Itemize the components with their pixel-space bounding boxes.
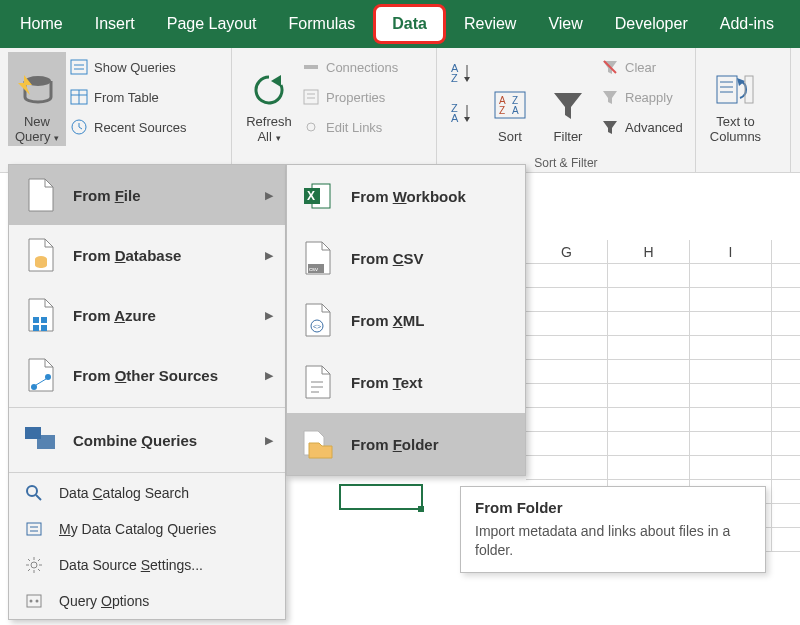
refresh-icon xyxy=(249,70,289,110)
refresh-line1: Refresh xyxy=(246,114,292,129)
column-headers: G H I xyxy=(526,240,800,264)
text-to-columns-button[interactable]: Text to Columns xyxy=(704,52,767,146)
svg-text:A: A xyxy=(451,112,459,124)
refresh-all-button[interactable]: Refresh All ▾ xyxy=(240,52,298,146)
svg-text:A: A xyxy=(512,105,519,116)
filter-button[interactable]: Filter xyxy=(539,52,597,146)
database-zap-icon xyxy=(17,70,57,110)
clear-button[interactable]: Clear xyxy=(597,52,687,82)
sort-desc-button[interactable]: ZA xyxy=(451,102,475,128)
sort-button[interactable]: AZZA Sort xyxy=(481,52,539,146)
tab-developer[interactable]: Developer xyxy=(599,0,704,48)
menu-my-data-catalog-queries[interactable]: My Data Catalog Queries xyxy=(9,511,285,547)
chevron-right-icon: ▶ xyxy=(265,249,273,262)
table-icon xyxy=(70,88,88,106)
svg-line-46 xyxy=(36,495,41,500)
tab-data[interactable]: Data xyxy=(373,4,446,44)
chevron-right-icon: ▶ xyxy=(265,309,273,322)
text-file-icon xyxy=(301,365,335,399)
submenu-from-text[interactable]: From Text xyxy=(287,351,525,413)
menu-from-database[interactable]: From Database ▶ xyxy=(9,225,285,285)
tab-review[interactable]: Review xyxy=(448,0,532,48)
tab-view[interactable]: View xyxy=(532,0,598,48)
svg-marker-29 xyxy=(603,121,617,134)
reapply-button[interactable]: Reapply xyxy=(597,82,687,112)
edit-links-button[interactable]: Edit Links xyxy=(298,112,402,142)
sort-asc-button[interactable]: AZ xyxy=(451,62,475,88)
clear-icon xyxy=(601,58,619,76)
submenu-from-folder[interactable]: From Folder xyxy=(287,413,525,475)
show-queries-button[interactable]: Show Queries xyxy=(66,52,191,82)
svg-rect-59 xyxy=(27,595,41,607)
search-icon xyxy=(23,482,45,504)
svg-rect-44 xyxy=(37,435,55,449)
tooltip: From Folder Import metadata and links ab… xyxy=(460,486,766,573)
connections-button[interactable]: Connections xyxy=(298,52,402,82)
reapply-label: Reapply xyxy=(625,90,673,105)
svg-rect-39 xyxy=(33,325,39,331)
svg-marker-19 xyxy=(464,117,470,122)
svg-line-58 xyxy=(28,569,30,571)
csv-file-icon: csv xyxy=(301,241,335,275)
options-icon xyxy=(23,590,45,612)
reapply-icon xyxy=(601,88,619,106)
submenu-from-csv[interactable]: csv From CSV xyxy=(287,227,525,289)
menu-query-options[interactable]: Query Options xyxy=(9,583,285,619)
svg-text:<>: <> xyxy=(313,323,321,330)
svg-rect-47 xyxy=(27,523,41,535)
recent-sources-button[interactable]: Recent Sources xyxy=(66,112,191,142)
tooltip-title: From Folder xyxy=(475,499,751,516)
tooltip-body: Import metadata and links about files in… xyxy=(475,522,751,560)
col-h[interactable]: H xyxy=(608,240,690,263)
submenu-from-workbook[interactable]: X From Workbook xyxy=(287,165,525,227)
col-g[interactable]: G xyxy=(526,240,608,263)
ttc-line2: Columns xyxy=(710,129,761,144)
folder-icon xyxy=(301,427,335,461)
chevron-right-icon: ▶ xyxy=(265,434,273,447)
edit-links-label: Edit Links xyxy=(326,120,382,135)
tab-home[interactable]: Home xyxy=(4,0,79,48)
tab-formulas[interactable]: Formulas xyxy=(273,0,372,48)
tab-addins[interactable]: Add-ins xyxy=(704,0,790,48)
advanced-label: Advanced xyxy=(625,120,683,135)
gear-icon xyxy=(23,554,45,576)
tab-page-layout[interactable]: Page Layout xyxy=(151,0,273,48)
from-table-button[interactable]: From Table xyxy=(66,82,191,112)
clear-label: Clear xyxy=(625,60,656,75)
file-icon xyxy=(23,177,59,213)
menu-from-file[interactable]: From File ▶ xyxy=(9,165,285,225)
svg-rect-11 xyxy=(304,90,318,104)
connections-label: Connections xyxy=(326,60,398,75)
svg-rect-38 xyxy=(41,317,47,323)
col-i[interactable]: I xyxy=(690,240,772,263)
xml-file-icon: <> xyxy=(301,303,335,337)
svg-text:Z: Z xyxy=(499,105,505,116)
properties-button[interactable]: Properties xyxy=(298,82,402,112)
chevron-right-icon: ▶ xyxy=(265,189,273,202)
svg-line-55 xyxy=(28,559,30,561)
menu-from-azure[interactable]: From Azure ▶ xyxy=(9,285,285,345)
active-cell[interactable] xyxy=(340,485,422,509)
filter-label: Filter xyxy=(554,129,583,144)
menu-data-source-settings[interactable]: Data Source Settings... xyxy=(9,547,285,583)
svg-marker-28 xyxy=(603,91,617,104)
new-query-button[interactable]: New Query ▾ xyxy=(8,52,66,146)
menu-combine-queries[interactable]: Combine Queries ▶ xyxy=(9,410,285,470)
advanced-button[interactable]: Advanced xyxy=(597,112,687,142)
tab-insert[interactable]: Insert xyxy=(79,0,151,48)
from-table-label: From Table xyxy=(94,90,159,105)
submenu-from-xml[interactable]: <> From XML xyxy=(287,289,525,351)
database-file-icon xyxy=(23,237,59,273)
svg-marker-9 xyxy=(271,75,281,87)
azure-file-icon xyxy=(23,297,59,333)
svg-point-50 xyxy=(31,562,37,568)
excel-workbook-icon: X xyxy=(301,179,335,213)
recent-sources-label: Recent Sources xyxy=(94,120,187,135)
menu-data-catalog-search[interactable]: Data Catalog Search xyxy=(9,475,285,511)
menu-from-other-sources[interactable]: From Other Sources ▶ xyxy=(9,345,285,405)
svg-rect-10 xyxy=(304,65,318,69)
svg-rect-40 xyxy=(41,325,47,331)
sort-asc-icon: AZ xyxy=(451,62,475,84)
svg-point-60 xyxy=(30,600,33,603)
new-query-line2: Query xyxy=(15,129,50,144)
